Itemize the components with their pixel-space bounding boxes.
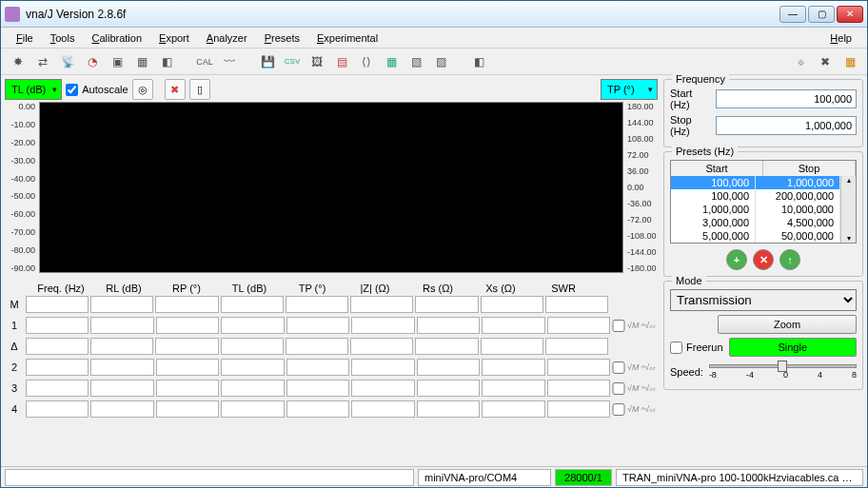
wrench-icon[interactable]: ✖: [816, 52, 835, 71]
image-icon[interactable]: 🖼: [307, 52, 326, 71]
marker-cell[interactable]: [547, 317, 610, 334]
preset-row[interactable]: 100,000200,000,000: [671, 189, 840, 203]
marker-cell[interactable]: [90, 317, 153, 334]
eraser-icon[interactable]: ◧: [469, 52, 488, 71]
preset-row[interactable]: 1,000,00010,000,000: [671, 203, 840, 216]
menu-file[interactable]: File: [9, 30, 41, 46]
menu-help[interactable]: Help: [822, 30, 859, 46]
marker-cell[interactable]: [481, 338, 543, 355]
marker-cell[interactable]: [545, 338, 608, 355]
clock-icon[interactable]: ◔: [83, 52, 102, 71]
preset-up-button[interactable]: ↑: [779, 249, 800, 270]
marker-cell[interactable]: [221, 380, 284, 397]
marker-cell[interactable]: [286, 380, 349, 397]
marker-cell[interactable]: [90, 400, 153, 418]
zoom-button[interactable]: Zoom: [718, 315, 857, 334]
marker-cell[interactable]: [221, 400, 284, 418]
preset-row[interactable]: 5,000,00050,000,000: [671, 229, 840, 243]
marker-cell[interactable]: [547, 380, 610, 397]
menu-experimental[interactable]: Experimental: [309, 30, 385, 46]
target-icon[interactable]: ◎: [132, 79, 153, 100]
marker-cell[interactable]: [482, 400, 544, 418]
marker-cell[interactable]: [286, 317, 349, 334]
speed-slider[interactable]: -8-4048: [709, 361, 857, 383]
marker-cell[interactable]: [482, 359, 544, 376]
marker-cell[interactable]: [351, 317, 414, 334]
marker-cell[interactable]: [417, 400, 480, 418]
marker-cell[interactable]: [350, 338, 413, 355]
marker-cell[interactable]: [90, 338, 153, 355]
preset-delete-button[interactable]: ✕: [753, 249, 774, 270]
mode-select[interactable]: Transmission: [670, 289, 857, 311]
csv-icon[interactable]: CSV: [283, 52, 302, 71]
preset-scrollbar[interactable]: ▴▾: [840, 176, 856, 243]
marker-cell[interactable]: [155, 296, 218, 313]
marker-cell[interactable]: [286, 296, 348, 313]
close-button[interactable]: ✕: [837, 6, 863, 23]
maximize-button[interactable]: ▢: [808, 6, 835, 23]
left-axis-combo[interactable]: TL (dB): [5, 79, 62, 100]
marker-cell[interactable]: [90, 359, 153, 376]
marker-cell[interactable]: [90, 380, 153, 397]
single-button[interactable]: Single: [729, 338, 857, 357]
marker-cell[interactable]: [286, 338, 348, 355]
marker-cell[interactable]: [545, 296, 608, 313]
plot-canvas[interactable]: [39, 102, 623, 273]
marker-cell[interactable]: [156, 359, 219, 376]
autoscale-checkbox[interactable]: Autoscale: [66, 84, 128, 96]
preset-col-start[interactable]: Start: [671, 161, 763, 176]
marker-cell[interactable]: [482, 380, 544, 397]
marker-cell[interactable]: [547, 359, 610, 376]
tool-icon[interactable]: ▧: [406, 52, 425, 71]
preset-add-button[interactable]: +: [726, 249, 747, 270]
cal-icon[interactable]: CAL: [195, 52, 214, 71]
menu-analyzer[interactable]: Analyzer: [199, 30, 255, 46]
marker-cell[interactable]: [286, 400, 349, 418]
menu-presets[interactable]: Presets: [257, 30, 307, 46]
marker-cell[interactable]: [415, 338, 478, 355]
xml-icon[interactable]: ⟨⟩: [357, 52, 376, 71]
marker-cell[interactable]: [351, 359, 414, 376]
marker-cell[interactable]: [26, 380, 89, 397]
preset-row[interactable]: 100,0001,000,000: [671, 176, 840, 189]
marker-cell[interactable]: [26, 296, 89, 313]
tuning-icon[interactable]: ⟐: [791, 52, 810, 71]
marker-cell[interactable]: [417, 317, 480, 334]
freerun-checkbox[interactable]: Freerun: [670, 342, 723, 354]
clipboard-icon[interactable]: ▯: [189, 79, 210, 100]
marker-cell[interactable]: [417, 359, 480, 376]
tool-icon[interactable]: ▦: [132, 52, 151, 71]
marker-cell[interactable]: [350, 296, 413, 313]
marker-cell[interactable]: [351, 380, 414, 397]
marker-enable-checkbox[interactable]: [612, 382, 625, 395]
tool-icon[interactable]: ▨: [431, 52, 450, 71]
excel-icon[interactable]: ▦: [382, 52, 401, 71]
marker-cell[interactable]: [415, 296, 478, 313]
start-freq-input[interactable]: [716, 89, 857, 108]
marker-cell[interactable]: [221, 359, 284, 376]
marker-enable-checkbox[interactable]: [612, 361, 625, 374]
crosshair-icon[interactable]: ✖: [165, 79, 186, 100]
preset-row[interactable]: 3,000,0004,500,000: [671, 216, 840, 229]
marker-cell[interactable]: [26, 359, 89, 376]
marker-enable-checkbox[interactable]: [612, 320, 625, 332]
marker-cell[interactable]: [221, 296, 284, 313]
tool-icon[interactable]: ⇄: [33, 52, 52, 71]
marker-cell[interactable]: [482, 317, 544, 334]
right-axis-combo[interactable]: TP (°): [601, 79, 658, 100]
grid-icon[interactable]: ▦: [840, 52, 859, 71]
tool-icon[interactable]: ◧: [157, 52, 176, 71]
marker-cell[interactable]: [417, 380, 480, 397]
pdf-icon[interactable]: ▤: [332, 52, 351, 71]
marker-cell[interactable]: [26, 400, 89, 418]
stop-freq-input[interactable]: [716, 116, 857, 135]
meter-icon[interactable]: ▣: [108, 52, 127, 71]
marker-cell[interactable]: [156, 400, 219, 418]
preset-col-stop[interactable]: Stop: [763, 161, 856, 176]
marker-cell[interactable]: [547, 400, 610, 418]
marker-cell[interactable]: [26, 338, 89, 355]
marker-cell[interactable]: [156, 380, 219, 397]
menu-calibration[interactable]: Calibration: [84, 30, 149, 46]
minimize-button[interactable]: —: [779, 6, 806, 23]
marker-cell[interactable]: [221, 338, 284, 355]
